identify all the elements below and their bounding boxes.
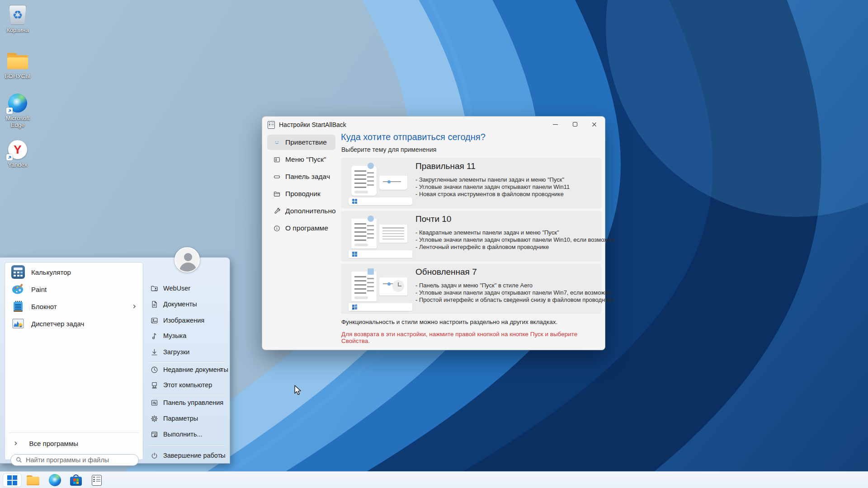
menu-item-label: Этот компьютер <box>163 381 212 389</box>
menu-item-label: Музыка <box>163 332 186 339</box>
sidebar-item-welcome[interactable]: Приветствие <box>267 135 335 150</box>
theme-bullets: - Закругленные элементы панели задач и м… <box>415 176 570 198</box>
desktop-icon-label: БОНУСЫ <box>2 73 33 80</box>
shortcut-arrow-icon <box>6 108 13 114</box>
taskbar: ENG 20:36 19.09.2022 <box>0 471 868 488</box>
calculator-icon <box>11 265 25 279</box>
theme-title: Почти 10 <box>415 214 451 224</box>
run-icon <box>150 430 159 439</box>
window-titlebar[interactable]: Настройки StartAllBack <box>262 117 605 133</box>
screen: Корзина БОНУСЫ Microsoft Edge Yandex Нас… <box>0 0 868 488</box>
sidebar-item-explorer[interactable]: Проводник <box>267 186 335 202</box>
menu-item-label: Панель управления <box>163 399 223 406</box>
start-menu-item-documents[interactable]: Документы <box>144 298 230 310</box>
taskbar-microsoft-store[interactable] <box>66 473 85 487</box>
start-menu-item-paint[interactable]: Paint <box>7 281 141 298</box>
theme-bullets: - Панель задач и меню "Пуск" в стиле Aer… <box>415 282 614 304</box>
sidebar-item-about[interactable]: О программе <box>267 221 335 236</box>
theme-card-proper-11[interactable]: Правильная 11 - Закругленные элементы па… <box>341 158 601 208</box>
start-menu-search[interactable] <box>10 454 139 466</box>
taskbar-startallback[interactable] <box>87 473 106 487</box>
store-icon <box>70 474 82 486</box>
menu-item-label: Завершение работы <box>163 452 226 459</box>
window-sidebar: Приветствие Меню "Пуск" Панель задач Про… <box>267 135 335 238</box>
sidebar-item-advanced[interactable]: Дополнительно <box>267 203 335 219</box>
sidebar-item-label: Проводник <box>285 190 321 198</box>
start-menu-item-calculator[interactable]: Калькулятор <box>7 263 141 281</box>
start-menu-item-this-pc[interactable]: Этот компьютер <box>144 379 230 391</box>
search-input[interactable] <box>26 456 130 464</box>
desktop-icon-yandex[interactable]: Yandex <box>2 139 33 168</box>
smiley-icon <box>273 139 281 146</box>
chevron-right-icon <box>219 365 223 374</box>
document-icon <box>150 300 159 309</box>
sidebar-item-start-menu[interactable]: Меню "Пуск" <box>267 152 335 167</box>
divider <box>149 445 225 445</box>
chevron-right-icon <box>14 439 18 448</box>
taskbar-file-explorer[interactable] <box>24 473 42 487</box>
startallback-window: Настройки StartAllBack Приветствие Меню … <box>262 116 605 350</box>
start-menu: Калькулятор Paint Бло <box>0 257 230 464</box>
maximize-button[interactable] <box>565 117 585 132</box>
sidebar-item-taskbar[interactable]: Панель задач <box>267 169 335 184</box>
taskbar-edge[interactable] <box>45 473 64 487</box>
desktop-icon-label: Корзина <box>2 27 33 33</box>
power-icon <box>150 451 159 460</box>
control-panel-icon <box>150 399 159 407</box>
theme-thumbnail <box>349 215 412 258</box>
start-menu-item-pictures[interactable]: Изображения <box>144 314 230 327</box>
chevron-right-icon <box>219 451 223 460</box>
menu-item-label: Параметры <box>163 415 198 422</box>
close-button[interactable] <box>584 117 604 132</box>
all-programs-button[interactable]: Все программы <box>7 436 141 450</box>
desktop-icon-recycle-bin[interactable]: Корзина <box>2 5 33 33</box>
start-menu-item-shutdown[interactable]: Завершение работы <box>144 449 230 462</box>
start-menu-item-run[interactable]: Выполнить... <box>144 428 230 441</box>
menu-item-label: Выполнить... <box>163 431 203 438</box>
desktop-icon-label: Yandex <box>2 161 33 168</box>
desktop-icon-edge[interactable]: Microsoft Edge <box>2 93 33 128</box>
startallback-app-icon <box>268 121 275 129</box>
start-menu-item-settings[interactable]: Параметры <box>144 412 230 425</box>
sidebar-item-label: О программе <box>285 224 328 232</box>
theme-title: Обновленная 7 <box>415 267 477 277</box>
maximize-icon <box>573 122 577 127</box>
start-menu-item-music[interactable]: Музыка <box>144 329 230 342</box>
menu-item-label: Блокнот <box>31 303 57 310</box>
close-icon <box>592 122 597 127</box>
start-menu-item-user-folder[interactable]: WebUser <box>144 282 230 295</box>
page-subtitle: Выберите тему для применения <box>341 146 436 153</box>
menu-item-label: Paint <box>31 286 47 293</box>
divider <box>9 432 139 433</box>
start-menu-item-recent-documents[interactable]: Недавние документы <box>144 363 230 376</box>
user-folder-icon <box>150 284 159 293</box>
minimize-icon <box>553 124 558 125</box>
file-explorer-icon <box>27 475 39 485</box>
sidebar-item-label: Дополнительно <box>285 207 336 215</box>
theme-thumbnail <box>349 162 412 205</box>
theme-card-almost-10[interactable]: Почти 10 - Квадратные элементы панели за… <box>341 211 601 261</box>
windows-logo-icon <box>7 475 17 485</box>
menu-item-label: Недавние документы <box>163 366 228 373</box>
user-avatar[interactable] <box>175 247 200 272</box>
start-menu-item-control-panel[interactable]: Панель управления <box>144 396 230 409</box>
start-menu-item-downloads[interactable]: Загрузки <box>144 346 230 358</box>
search-icon <box>16 457 22 463</box>
notepad-icon <box>11 300 25 313</box>
sidebar-item-label: Меню "Пуск" <box>285 155 326 164</box>
menu-item-label: Калькулятор <box>31 268 71 276</box>
window-title: Настройки StartAllBack <box>279 121 346 128</box>
paint-icon <box>11 282 25 296</box>
start-button[interactable] <box>3 473 22 487</box>
minimize-button[interactable] <box>545 117 565 132</box>
theme-card-refreshed-7[interactable]: Обновленная 7 - Панель задач и меню "Пус… <box>341 264 601 314</box>
menu-item-label: WebUser <box>163 285 190 292</box>
taskbar-icon <box>273 173 281 181</box>
folder-outline-icon <box>273 190 281 198</box>
edge-icon <box>49 474 61 486</box>
start-menu-right-panel: WebUser Документы Изображения Музыка Заг… <box>144 258 230 464</box>
desktop-icon-bonus-folder[interactable]: БОНУСЫ <box>2 51 33 80</box>
start-menu-item-task-manager[interactable]: Диспетчер задач <box>7 315 141 332</box>
start-menu-item-notepad[interactable]: Блокнот <box>7 298 141 315</box>
music-note-icon <box>150 332 159 340</box>
